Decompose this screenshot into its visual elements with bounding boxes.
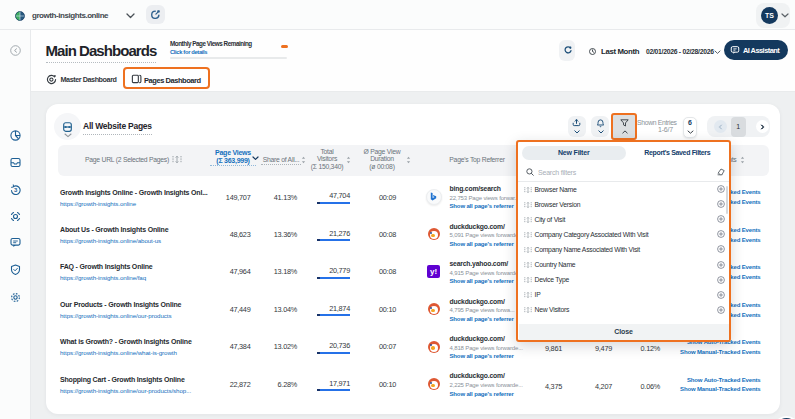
svg-text:3: 3 xyxy=(14,187,18,193)
